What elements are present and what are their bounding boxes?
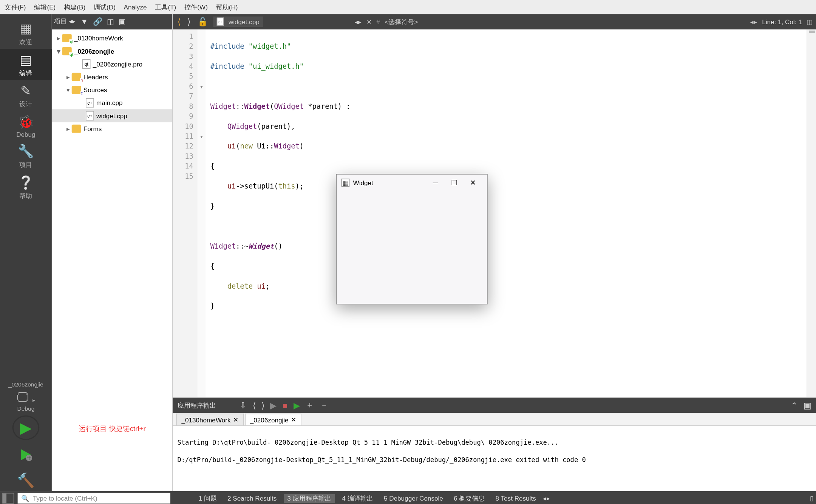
cpp-file-icon: c+ (86, 98, 94, 108)
mode-edit[interactable]: ▤编辑 (0, 49, 52, 80)
build-button[interactable]: 🔨 (17, 472, 35, 489)
menu-file[interactable]: 文件(F) (5, 3, 26, 11)
sidebar-toggle[interactable] (2, 493, 14, 504)
tree-project-0[interactable]: ▸_0130homeWork (52, 32, 172, 45)
remove-icon[interactable]: － (320, 400, 328, 411)
menu-build[interactable]: 构建(B) (64, 3, 85, 11)
running-app-window[interactable]: ▦ Widget ─ ☐ ✕ (336, 174, 488, 304)
pencil-icon: ✎ (0, 83, 52, 99)
collapse-icon[interactable]: ⌃ (791, 401, 798, 410)
project-toolbar: 项目 ◂▸ ▼ 🔗 ◫ ▣ (52, 14, 172, 29)
rerun-icon[interactable]: ▶ (294, 401, 300, 410)
tree-headers[interactable]: ▸Headers (52, 71, 172, 83)
output-title: 应用程序输出 (178, 401, 216, 410)
menu-edit[interactable]: 编辑(E) (34, 3, 56, 11)
maximize-button[interactable]: ☐ (445, 179, 464, 187)
status-compile-output[interactable]: 4 编译输出 (338, 494, 377, 502)
add-icon[interactable]: ＋ (306, 400, 314, 411)
play-icon[interactable]: ▶ (270, 401, 277, 410)
status-bar: 🔍Type to locate (Ctrl+K) 1 问题 2 Search R… (0, 491, 816, 504)
wrench-icon: 🔧 (0, 144, 52, 159)
lock-icon: 🔓 (196, 17, 209, 26)
status-issues[interactable]: 1 问题 (195, 494, 220, 502)
close-editor-button[interactable]: ✕ (366, 18, 372, 25)
close-tab-icon[interactable]: ✕ (233, 416, 238, 424)
attach-icon[interactable]: ⇩ (240, 401, 247, 410)
run-debug-button[interactable] (18, 447, 33, 466)
app-icon: ▦ (341, 179, 349, 187)
symbol-selector[interactable]: <选择符号> (385, 17, 418, 26)
mode-debug[interactable]: 🐞Debug (0, 111, 52, 141)
status-test-results[interactable]: 8 Test Results (492, 495, 539, 502)
mode-projects[interactable]: 🔧项目 (0, 141, 52, 172)
next-icon[interactable]: ⟩ (261, 401, 264, 410)
search-icon: 🔍 (21, 495, 29, 502)
fold-gutter[interactable]: ▾ ▾ (198, 29, 206, 397)
split-editor-button[interactable]: ◫ (807, 18, 813, 25)
stop-icon[interactable]: ■ (283, 401, 287, 410)
bug-icon: 🐞 (0, 114, 52, 130)
close-button[interactable]: ✕ (464, 179, 482, 187)
menu-widgets[interactable]: 控件(W) (184, 3, 208, 11)
project-icon (62, 47, 72, 55)
cpp-file-icon: c+ (86, 111, 94, 121)
file-dropdown-icon[interactable]: ◂▸ (355, 18, 362, 25)
run-button[interactable]: ▶ (12, 415, 40, 440)
prev-icon[interactable]: ⟨ (253, 401, 256, 410)
pro-file-icon: qt (82, 59, 91, 69)
tree-widget-cpp[interactable]: c+widget.cpp (52, 109, 172, 122)
menu-tools[interactable]: 工具(T) (155, 3, 176, 11)
folder-icon (72, 125, 81, 133)
filter-icon[interactable]: ▼ (80, 17, 88, 26)
mode-help[interactable]: ❔帮助 (0, 172, 52, 203)
app-titlebar[interactable]: ▦ Widget ─ ☐ ✕ (337, 175, 487, 191)
project-selector[interactable]: 项目 ◂▸ (54, 17, 76, 26)
progress-close-icon[interactable]: ▯ (810, 495, 813, 502)
status-search-results[interactable]: 2 Search Results (224, 495, 280, 502)
mode-design[interactable]: ✎设计 (0, 80, 52, 111)
status-general[interactable]: 6 概要信息 (450, 494, 488, 502)
editor-scrollbar[interactable] (807, 29, 816, 397)
locator-input[interactable]: 🔍Type to locate (Ctrl+K) (18, 493, 170, 504)
project-icon (62, 34, 72, 42)
open-file-chip[interactable]: c+widget.cpp (213, 17, 263, 27)
output-tab-0[interactable]: _0130homeWork ✕ (176, 414, 244, 425)
output-body[interactable]: Starting D:\qtPro\build-_0206zongjie-Des… (173, 426, 816, 491)
menu-help[interactable]: 帮助(H) (216, 3, 238, 11)
project-tree: ▸_0130homeWork ▾_0206zongjie qt_0206zong… (52, 29, 172, 491)
tree-project-1[interactable]: ▾_0206zongjie (52, 45, 172, 57)
editor-toolbar: ⟨ ⟩ 🔓 c+widget.cpp ◂▸ ✕ # <选择符号> ◂▸ Line… (173, 14, 816, 29)
menu-analyze[interactable]: Analyze (124, 3, 147, 11)
tree-pro-file[interactable]: qt_0206zongjie.pro (52, 57, 172, 70)
tree-forms[interactable]: ▸Forms (52, 122, 172, 135)
line-number-gutter: 123456789101112131415 (173, 29, 197, 397)
popout-icon[interactable]: ▣ (804, 401, 811, 410)
menubar: 文件(F) 编辑(E) 构建(B) 调试(D) Analyze 工具(T) 控件… (0, 0, 816, 14)
folder-icon (72, 86, 81, 94)
folder-icon (72, 73, 81, 81)
symbol-dropdown-icon[interactable]: ◂▸ (750, 18, 757, 25)
editor-area: ⟨ ⟩ 🔓 c+widget.cpp ◂▸ ✕ # <选择符号> ◂▸ Line… (173, 14, 816, 491)
mode-welcome[interactable]: ▦欢迎 (0, 18, 52, 49)
line-col-indicator[interactable]: Line: 1, Col: 1 (762, 18, 802, 25)
nav-back-button[interactable]: ⟨ (176, 17, 182, 26)
monitor-icon: 🖵 ▸ (8, 390, 43, 405)
app-title: Widget (353, 179, 373, 186)
project-sidebar: 项目 ◂▸ ▼ 🔗 ◫ ▣ ▸_0130homeWork ▾_0206zongj… (52, 14, 173, 491)
status-dropdown-icon[interactable]: ◂▸ (543, 495, 550, 502)
close-tab-icon[interactable]: ✕ (291, 416, 296, 424)
tree-main-cpp[interactable]: c+main.cpp (52, 96, 172, 109)
nav-forward-button[interactable]: ⟩ (186, 17, 192, 26)
link-icon[interactable]: 🔗 (93, 17, 102, 26)
expand-icon[interactable]: ▣ (119, 17, 126, 26)
kit-selector[interactable]: _0206zongjie 🖵 ▸ Debug (8, 381, 43, 412)
split-icon[interactable]: ◫ (107, 17, 114, 26)
status-app-output[interactable]: 3 应用程序输出 (284, 494, 335, 502)
code-editor[interactable]: #include "widget.h" #include "ui_widget.… (206, 29, 807, 397)
minimize-button[interactable]: ─ (426, 179, 445, 187)
tree-sources[interactable]: ▾Sources (52, 83, 172, 96)
question-icon: ❔ (0, 175, 52, 190)
output-tab-1[interactable]: _0206zongjie ✕ (245, 414, 301, 425)
status-debugger-console[interactable]: 5 Debugger Console (380, 495, 447, 502)
menu-debug[interactable]: 调试(D) (94, 3, 116, 11)
